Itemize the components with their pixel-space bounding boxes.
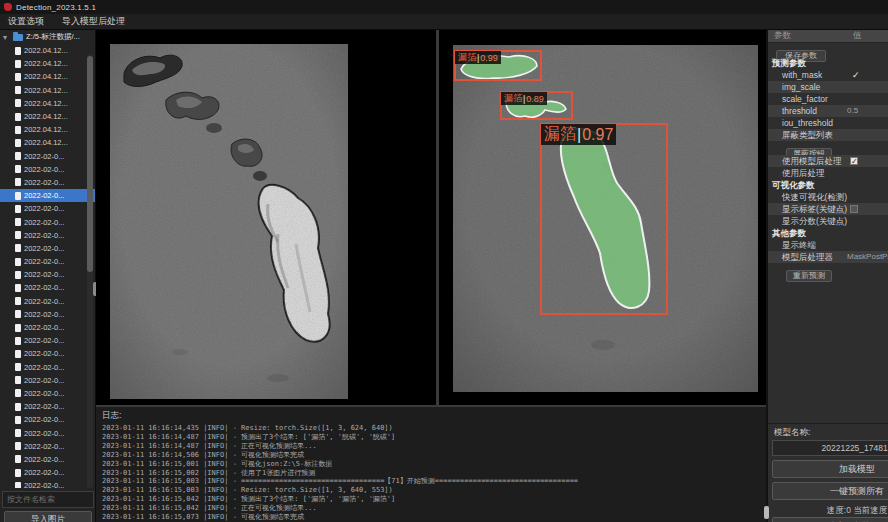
tree-file-item[interactable]: 2022.04.12... (0, 70, 96, 83)
load-model-button[interactable]: 加载模型 (772, 460, 888, 478)
file-name: 2022.04.12... (24, 59, 68, 68)
tree-scrollbar[interactable] (87, 54, 93, 488)
tree-file-item[interactable]: 2022-02-0... (0, 347, 96, 360)
tree-file-item[interactable]: 2022-02-0... (0, 374, 96, 387)
param-row[interactable]: 使用后处理 (768, 167, 888, 179)
viewer-divider[interactable] (436, 30, 439, 405)
param-row[interactable]: 快速可视化(检测) (768, 191, 888, 203)
tree-file-item[interactable]: 2022.04.12... (0, 136, 96, 149)
menu-bar: 设置选项 导入模型后处理 (0, 14, 888, 30)
tree-file-item[interactable]: 2022-02-0... (0, 413, 96, 426)
param-action-button[interactable]: 重新预测 (786, 270, 832, 282)
file-tree-list: ▾ Z:/5-标注数据/... 2022.04.12...2022.04.12.… (0, 30, 96, 488)
tree-file-item[interactable]: 2022-02-0... (0, 242, 96, 255)
file-icon (15, 113, 21, 121)
file-icon (15, 416, 21, 424)
param-section-header: 其他参数 (768, 227, 888, 239)
tree-file-item[interactable]: 2022.04.12... (0, 97, 96, 110)
file-name: 2022-02-0... (24, 283, 64, 292)
menu-import-postprocess[interactable]: 导入模型后处理 (62, 15, 125, 28)
tree-file-item[interactable]: 2022-02-0... (0, 466, 96, 479)
file-name: 2022.04.12... (24, 112, 68, 121)
tree-file-item[interactable]: 2022-02-0... (0, 295, 96, 308)
tree-file-item[interactable]: 2022.04.12... (0, 110, 96, 123)
param-row[interactable]: 模型后处理器MaskPostPro (768, 251, 888, 263)
file-icon (15, 47, 21, 55)
param-row[interactable]: iou_threshold (768, 117, 888, 129)
file-icon (15, 178, 21, 186)
expand-arrow-icon[interactable]: ▾ (3, 33, 10, 42)
tree-file-item[interactable]: 2022-02-0... (0, 387, 96, 400)
tree-scrollbar-thumb[interactable] (87, 56, 93, 272)
right-panel-splitter-handle[interactable] (764, 506, 769, 519)
tree-file-item[interactable]: 2022-02-0... (0, 426, 96, 439)
param-row[interactable]: img_scale (768, 81, 888, 93)
model-name-label: 模型名称: (774, 427, 810, 439)
tree-root-folder[interactable]: ▾ Z:/5-标注数据/... (0, 30, 96, 44)
detection-score-text: 0.97 (582, 126, 613, 144)
log-line: 2023-01-11 16:16:14,487 |INFO| - 预测出了3个结… (96, 433, 766, 442)
tree-file-item[interactable]: 2022-02-0... (0, 479, 96, 488)
tree-file-item[interactable]: 2022-02-0... (0, 440, 96, 453)
param-row[interactable]: with_mask✓ (768, 69, 888, 81)
tree-file-item[interactable]: 2022-02-0... (0, 163, 96, 176)
file-name: 2022-02-0... (24, 191, 64, 200)
postprocess-params-button[interactable]: 后处理参数设置 (772, 517, 888, 522)
file-icon (15, 455, 21, 463)
tree-file-item[interactable]: 2022.04.12... (0, 84, 96, 97)
param-button-row: 重新预测 (768, 263, 888, 277)
tree-file-item[interactable]: 2022-02-0... (0, 229, 96, 242)
param-row[interactable]: 使用模型后处理✓ (768, 155, 888, 167)
source-image-view[interactable] (110, 44, 348, 399)
file-icon (15, 482, 21, 488)
tree-file-item[interactable]: 2022-02-0... (0, 281, 96, 294)
param-button-row: 保存参数 (768, 43, 888, 57)
file-name: 2022-02-0... (24, 165, 64, 174)
tree-file-item[interactable]: 2022.04.12... (0, 57, 96, 70)
tree-file-item[interactable]: 2022-02-0... (0, 361, 96, 374)
file-icon (15, 403, 21, 411)
param-section-header: 预测参数 (768, 57, 888, 69)
model-section-divider (768, 423, 888, 424)
param-checkbox[interactable] (850, 205, 858, 213)
detection-image-view[interactable]: 漏箔|0.99漏箔|0.89漏箔|0.97 (453, 45, 758, 392)
tree-file-item[interactable]: 2022-02-0... (0, 308, 96, 321)
param-row[interactable]: threshold0.5 (768, 105, 888, 117)
tree-file-item[interactable]: 2022-02-0... (0, 176, 96, 189)
tree-file-item[interactable]: 2022-02-0... (0, 189, 96, 202)
tree-file-item[interactable]: 2022-02-0... (0, 453, 96, 466)
tree-file-item[interactable]: 2022-02-0... (0, 215, 96, 228)
tree-file-item[interactable]: 2022-02-0... (0, 400, 96, 413)
tree-file-item[interactable]: 2022-02-0... (0, 202, 96, 215)
import-images-button[interactable]: 导入图片 (4, 511, 92, 522)
model-name-value[interactable]: 20221225_174813 (772, 440, 888, 456)
tree-root-label: Z:/5-标注数据/... (26, 32, 80, 42)
param-value: MaskPostPro (847, 251, 888, 263)
file-name: 2022.04.12... (24, 86, 68, 95)
tree-file-item[interactable]: 2022-02-0... (0, 321, 96, 334)
menu-settings[interactable]: 设置选项 (8, 15, 44, 28)
tree-file-item[interactable]: 2022.04.12... (0, 123, 96, 136)
param-row[interactable]: 屏蔽类型列表 (768, 129, 888, 141)
file-icon (15, 376, 21, 384)
tree-file-item[interactable]: 2022-02-0... (0, 268, 96, 281)
log-panel[interactable]: 日志: 2023-01-11 16:16:14,435 |INFO| - Res… (96, 405, 766, 522)
tree-file-item[interactable]: 2022-02-0... (0, 255, 96, 268)
param-row[interactable]: scale_factor (768, 93, 888, 105)
file-name: 2022.04.12... (24, 99, 68, 108)
param-checkbox[interactable]: ✓ (850, 157, 858, 165)
param-row[interactable]: 显示标签(关键点) (768, 203, 888, 215)
tree-file-item[interactable]: 2022-02-0... (0, 150, 96, 163)
tree-file-item[interactable]: 2022.04.12... (0, 44, 96, 57)
log-line: 2023-01-11 16:16:15,042 |INFO| - 正在可视化预测… (96, 504, 766, 513)
file-name: 2022.04.12... (24, 46, 68, 55)
param-row[interactable]: 显示终端 (768, 239, 888, 251)
param-row[interactable]: 显示分数(关键点) (768, 215, 888, 227)
filename-search-input[interactable] (2, 491, 94, 508)
tree-file-item[interactable]: 2022-02-0... (0, 334, 96, 347)
file-icon (15, 218, 21, 226)
file-icon (15, 99, 21, 107)
file-name: 2022-02-0... (24, 270, 64, 279)
log-line: 2023-01-11 16:16:14,506 |INFO| - 可视化预测结果… (96, 451, 766, 460)
predict-all-button[interactable]: 一键预测所有 (772, 482, 888, 500)
